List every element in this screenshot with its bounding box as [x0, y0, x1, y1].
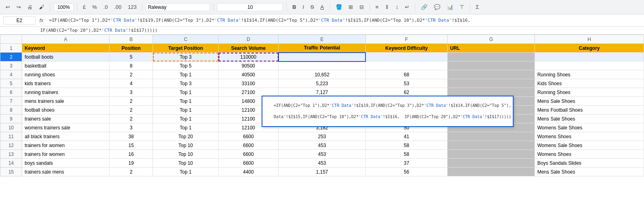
- col-E[interactable]: E: [279, 35, 366, 44]
- cell-f13[interactable]: 58: [365, 150, 447, 159]
- cell-b5[interactable]: 4: [109, 79, 153, 88]
- cell-g12[interactable]: [448, 141, 535, 150]
- cell-a6[interactable]: running trainers: [22, 88, 109, 97]
- cell-h10[interactable]: Womens Sale Shoes: [535, 123, 644, 132]
- col-G[interactable]: G: [448, 35, 535, 44]
- cell-h3[interactable]: [535, 61, 644, 70]
- zoom-level[interactable]: 100%: [54, 3, 74, 11]
- font-size-input[interactable]: [217, 3, 283, 11]
- cell-b13[interactable]: 16: [109, 150, 153, 159]
- cell-g3[interactable]: [448, 61, 535, 70]
- col-C[interactable]: C: [153, 35, 219, 44]
- cell-b4[interactable]: 2: [109, 70, 153, 79]
- table-row[interactable]: 5 kids trainers 4 Top 3 33100 5,223 53 K…: [0, 79, 644, 88]
- cell-f14[interactable]: 37: [365, 159, 447, 168]
- cell-a11[interactable]: all black trainers: [22, 132, 109, 141]
- cell-d15[interactable]: 4400: [219, 168, 279, 176]
- cell-d2[interactable]: 110000: [219, 53, 279, 61]
- col-target-header[interactable]: Target Position: [153, 44, 219, 53]
- cell-g15[interactable]: [448, 168, 535, 176]
- percent-button[interactable]: %: [90, 2, 99, 12]
- cell-e5[interactable]: 5,223: [279, 79, 366, 88]
- text-wrap-button[interactable]: ↵: [402, 2, 412, 12]
- cell-h8[interactable]: Mens Football Shoes: [535, 106, 644, 115]
- col-B[interactable]: B: [109, 35, 153, 44]
- cell-c8[interactable]: Top 1: [153, 106, 219, 115]
- cell-a13[interactable]: trainers for women: [22, 150, 109, 159]
- col-D[interactable]: D: [219, 35, 279, 44]
- col-keyword-header[interactable]: Keyword: [22, 44, 109, 53]
- cell-e12[interactable]: 453: [279, 141, 366, 150]
- bold-button[interactable]: B: [290, 2, 298, 12]
- col-A[interactable]: A: [22, 35, 109, 44]
- cell-g4[interactable]: [448, 70, 535, 79]
- col-search-header[interactable]: Search Volume: [219, 44, 279, 53]
- cell-a14[interactable]: boys sandals: [22, 159, 109, 168]
- cell-c13[interactable]: Top 10: [153, 150, 219, 159]
- cell-h2[interactable]: [535, 53, 644, 61]
- formula-line2[interactable]: IF(AND(C2="Top 20"),D2*'CTR Data'!$I$17)…: [40, 28, 157, 33]
- cell-g14[interactable]: [448, 159, 535, 168]
- cell-e4[interactable]: 10,652: [279, 70, 366, 79]
- cell-e13[interactable]: 453: [279, 150, 366, 159]
- cell-e11[interactable]: 253: [279, 132, 366, 141]
- formula-line1[interactable]: =IF(AND(C2="Top 1"),D2*'CTR Data'!$I$19,…: [47, 17, 641, 24]
- cell-c3[interactable]: Top 5: [153, 61, 219, 70]
- cell-a4[interactable]: running shoes: [22, 70, 109, 79]
- cell-f15[interactable]: 56: [365, 168, 447, 176]
- print-button[interactable]: 🖨: [25, 2, 35, 12]
- cell-b15[interactable]: 2: [109, 168, 153, 176]
- border-button[interactable]: ⊞: [346, 2, 355, 12]
- cell-c4[interactable]: Top 1: [153, 70, 219, 79]
- cell-c12[interactable]: Top 10: [153, 141, 219, 150]
- cell-b3[interactable]: 8: [109, 61, 153, 70]
- cell-c11[interactable]: Top 20: [153, 132, 219, 141]
- cell-a12[interactable]: trainers for women: [22, 141, 109, 150]
- filter-button[interactable]: ⊤: [457, 2, 466, 12]
- merge-button[interactable]: ⊟: [357, 2, 366, 12]
- cell-b6[interactable]: 3: [109, 88, 153, 97]
- cell-a5[interactable]: kids trainers: [22, 79, 109, 88]
- cell-d3[interactable]: 90500: [219, 61, 279, 70]
- cell-b14[interactable]: 19: [109, 159, 153, 168]
- cell-h12[interactable]: Womens Sale Shoes: [535, 141, 644, 150]
- cell-b7[interactable]: 2: [109, 97, 153, 106]
- cell-f4[interactable]: 68: [365, 70, 447, 79]
- cell-g5[interactable]: [448, 79, 535, 88]
- undo-button[interactable]: ↩: [3, 2, 12, 12]
- chart-button[interactable]: 📊: [444, 2, 456, 12]
- cell-c10[interactable]: Top 1: [153, 123, 219, 132]
- cell-f12[interactable]: 58: [365, 141, 447, 150]
- cell-g11[interactable]: [448, 132, 535, 141]
- cell-h14[interactable]: Boys Sandals Slides: [535, 159, 644, 168]
- cell-c7[interactable]: Top 1: [153, 97, 219, 106]
- table-row[interactable]: 12 trainers for women 15 Top 10 6600 453…: [0, 141, 644, 150]
- cell-c6[interactable]: Top 1: [153, 88, 219, 97]
- strikethrough-button[interactable]: S: [308, 2, 316, 12]
- fill-color-button[interactable]: 🪣: [333, 2, 345, 12]
- cell-b8[interactable]: 2: [109, 106, 153, 115]
- col-url-header[interactable]: URL: [448, 44, 535, 53]
- cell-a8[interactable]: football shoes: [22, 106, 109, 115]
- cell-h9[interactable]: Mens Sale Shoes: [535, 115, 644, 123]
- cell-h15[interactable]: Mens Sale Shoes: [535, 168, 644, 176]
- cell-f2[interactable]: [365, 53, 447, 61]
- cell-h4[interactable]: Running Shoes: [535, 70, 644, 79]
- decimal-inc-button[interactable]: .00: [112, 2, 124, 12]
- cell-h6[interactable]: Running Shoes: [535, 88, 644, 97]
- align-button[interactable]: ≡: [373, 2, 381, 12]
- table-row[interactable]: 15 trainers sale mens 2 Top 1 4400 1,157…: [0, 168, 644, 176]
- col-H[interactable]: H: [535, 35, 644, 44]
- cell-d14[interactable]: 6600: [219, 159, 279, 168]
- cell-d13[interactable]: 6600: [219, 150, 279, 159]
- cell-h5[interactable]: Kids Shoes: [535, 79, 644, 88]
- cell-h13[interactable]: Womens Shoes: [535, 150, 644, 159]
- cell-a7[interactable]: mens trainers sale: [22, 97, 109, 106]
- table-row[interactable]: 11 all black trainers 38 Top 20 6600 253…: [0, 132, 644, 141]
- table-row[interactable]: 2 football boots 5 Top 3 110000: [0, 53, 644, 61]
- link-button[interactable]: 🔗: [419, 2, 430, 12]
- text-rotation-button[interactable]: ↕: [393, 2, 401, 12]
- cell-d5[interactable]: 33100: [219, 79, 279, 88]
- cell-c5[interactable]: Top 3: [153, 79, 219, 88]
- font-family-input[interactable]: [146, 3, 210, 11]
